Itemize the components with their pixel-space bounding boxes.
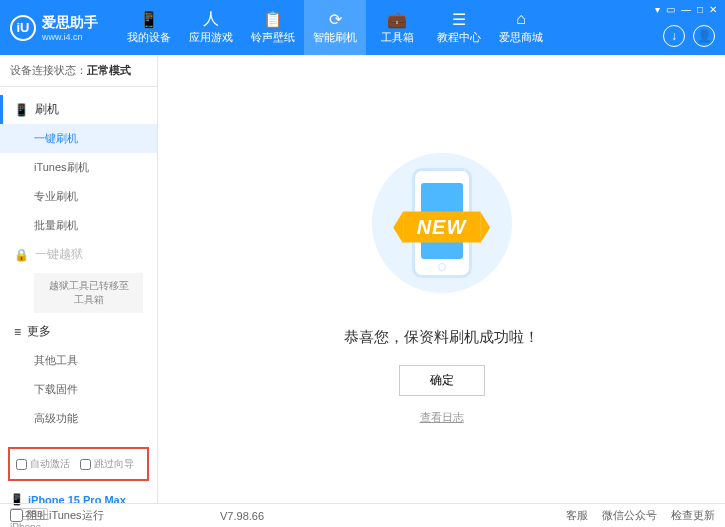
sidebar-flash-header[interactable]: 📱 刷机 [0,95,157,124]
sidebar-pro-flash[interactable]: 专业刷机 [0,182,157,211]
sidebar-batch-flash[interactable]: 批量刷机 [0,211,157,240]
footer-support[interactable]: 客服 [566,508,588,523]
sidebar-other-tools[interactable]: 其他工具 [0,346,157,375]
confirm-button[interactable]: 确定 [399,365,485,396]
nav-apps[interactable]: 人应用游戏 [180,0,242,55]
new-badge: NEW [403,211,481,242]
footer-wechat[interactable]: 微信公众号 [602,508,657,523]
nav-ringtones[interactable]: 📋铃声壁纸 [242,0,304,55]
app-header: iU 爱思助手 www.i4.cn 📱我的设备 人应用游戏 📋铃声壁纸 ⟳智能刷… [0,0,725,55]
phone-icon: 📱 [140,10,158,28]
store-icon: ⌂ [512,10,530,28]
window-controls: ▾ ▭ — □ ✕ [655,4,717,15]
lock-icon: 🔒 [14,248,29,262]
nav-tutorials[interactable]: ☰教程中心 [428,0,490,55]
logo-icon: iU [10,15,36,41]
skip-guide-checkbox[interactable]: 跳过向导 [80,457,134,471]
nav-my-device[interactable]: 📱我的设备 [118,0,180,55]
version-label: V7.98.66 [220,510,264,522]
sidebar-oneclick-flash[interactable]: 一键刷机 [0,124,157,153]
block-itunes-checkbox[interactable]: 阻止iTunes运行 [10,508,104,523]
maximize-icon[interactable]: □ [697,4,703,15]
logo: iU 爱思助手 www.i4.cn [0,14,108,42]
success-message: 恭喜您，保资料刷机成功啦！ [344,328,539,347]
sidebar-advanced[interactable]: 高级功能 [0,404,157,433]
footer: 阻止iTunes运行 V7.98.66 客服 微信公众号 检查更新 [0,503,725,527]
auto-activate-checkbox[interactable]: 自动激活 [16,457,70,471]
flash-icon: ⟳ [326,10,344,28]
main-content: NEW 恭喜您，保资料刷机成功啦！ 确定 查看日志 [158,55,725,503]
sidebar: 设备连接状态：正常模式 📱 刷机 一键刷机 iTunes刷机 专业刷机 批量刷机… [0,55,158,503]
connection-status: 设备连接状态：正常模式 [0,55,157,87]
main-nav: 📱我的设备 人应用游戏 📋铃声壁纸 ⟳智能刷机 💼工具箱 ☰教程中心 ⌂爱思商城 [118,0,552,55]
nav-flash[interactable]: ⟳智能刷机 [304,0,366,55]
more-icon: ≡ [14,325,21,339]
sidebar-itunes-flash[interactable]: iTunes刷机 [0,153,157,182]
close-icon[interactable]: ✕ [709,4,717,15]
view-log-link[interactable]: 查看日志 [420,410,464,425]
options-box: 自动激活 跳过向导 [8,447,149,481]
app-title: 爱思助手 [42,14,98,32]
menu-icon[interactable]: ▾ [655,4,660,15]
success-illustration: NEW [352,133,532,313]
app-url: www.i4.cn [42,32,98,42]
phone-small-icon: 📱 [14,103,29,117]
nav-toolbox[interactable]: 💼工具箱 [366,0,428,55]
sidebar-download-firmware[interactable]: 下载固件 [0,375,157,404]
tutorial-icon: ☰ [450,10,468,28]
sidebar-jailbreak-header[interactable]: 🔒 一键越狱 [0,240,157,269]
apps-icon: 人 [202,10,220,28]
user-button[interactable]: 👤 [693,25,715,47]
skin-icon[interactable]: ▭ [666,4,675,15]
wallpaper-icon: 📋 [264,10,282,28]
jailbreak-moved-note: 越狱工具已转移至工具箱 [34,273,143,313]
nav-store[interactable]: ⌂爱思商城 [490,0,552,55]
toolbox-icon: 💼 [388,10,406,28]
download-button[interactable]: ↓ [663,25,685,47]
sidebar-more-header[interactable]: ≡ 更多 [0,317,157,346]
minimize-icon[interactable]: — [681,4,691,15]
footer-update[interactable]: 检查更新 [671,508,715,523]
